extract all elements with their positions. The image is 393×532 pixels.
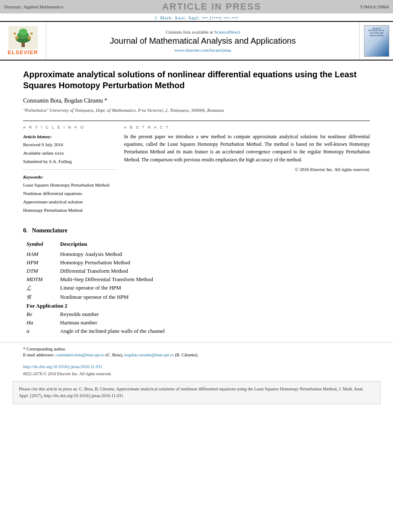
table-row: DTM Differential Transform Method bbox=[23, 267, 370, 275]
doi-link[interactable]: http://dx.doi.org/10.1016/j.jmaa.2016.11… bbox=[23, 364, 103, 369]
copyright-notice: © 2016 Elsevier Inc. All rights reserved… bbox=[124, 166, 370, 174]
journal-logo-right: Journal ofMATHEMATICALANALYSIS ANDAPPLIC… bbox=[359, 22, 393, 60]
symbol-ha: Ha bbox=[23, 319, 57, 327]
symbol-hpm: HPM bbox=[23, 258, 57, 267]
abstract-label: A B S T R A C T bbox=[124, 125, 370, 129]
keyword-3: Approximate analytical solution bbox=[23, 198, 116, 206]
article-title: Approximate analytical solutions of nonl… bbox=[23, 69, 370, 91]
app2-subheading: For Application 2 bbox=[23, 302, 370, 310]
table-row: Re Reynolds number bbox=[23, 310, 370, 319]
elsevier-wordmark: ELSEVIER bbox=[8, 49, 38, 55]
table-row: For Application 2 bbox=[23, 302, 370, 310]
article-info-label: A R T I C L E I N F O bbox=[23, 125, 116, 129]
jmaa-thumbnail: Journal ofMATHEMATICALANALYSIS ANDAPPLIC… bbox=[364, 25, 389, 57]
history-label: Article history: bbox=[23, 133, 116, 141]
authors: Constantin Bota, Bogdan Căruntu * bbox=[23, 97, 370, 104]
nomenclature-heading: 0. Nomenclature bbox=[23, 227, 370, 234]
nomenclature-table: Symbol Description HAM Homotopy Analysis… bbox=[23, 240, 370, 335]
symbol-ham: HAM bbox=[23, 250, 57, 258]
jmaa-thumb-title: Journal ofMATHEMATICALANALYSIS ANDAPPLIC… bbox=[368, 27, 384, 37]
cite-box: Please cite this article in press as: C.… bbox=[13, 381, 380, 405]
desc-re: Reynolds number bbox=[57, 310, 370, 319]
svg-point-7 bbox=[13, 32, 16, 35]
col-header-description: Description bbox=[57, 240, 370, 250]
submitted-entry: Submitted by S.A. Fulling bbox=[23, 158, 116, 166]
svg-point-4 bbox=[19, 29, 27, 35]
corresponding-author-line: * Corresponding author. bbox=[23, 347, 370, 351]
desc-alpha: Angle of the inclined plane walls of the… bbox=[57, 327, 370, 335]
journal-url: www.elsevier.com/locate/jmaa bbox=[174, 47, 231, 53]
table-row: Ha Hartman number bbox=[23, 319, 370, 327]
keywords-label: Keywords: bbox=[23, 173, 116, 182]
sciencedirect-line: Contents lists available at ScienceDirec… bbox=[166, 29, 240, 34]
symbol-dtm: DTM bbox=[23, 267, 57, 275]
desc-linear: Linear operator of the HPM bbox=[57, 284, 370, 293]
table-row: 𝔑 Nonlinear operator of the HPM bbox=[23, 293, 370, 302]
desc-dtm: Differential Transform Method bbox=[57, 267, 370, 275]
doctopic-label: Doctopic: Applied Mathematics bbox=[4, 4, 63, 9]
svg-point-5 bbox=[15, 36, 18, 40]
keyword-2: Nonlinear differential equations bbox=[23, 190, 116, 198]
nomenclature-section: 0. Nomenclature Symbol Description HAM H… bbox=[0, 227, 393, 335]
desc-ha: Hartman number bbox=[57, 319, 370, 327]
table-row: MDTM Multi-Step Differential Transform M… bbox=[23, 275, 370, 284]
footnote-section: * Corresponding author. E-mail addresses… bbox=[0, 342, 393, 363]
elsevier-tree-icon bbox=[8, 26, 38, 49]
issn-line: 0022-247X/© 2016 Elsevier Inc. All right… bbox=[0, 371, 393, 377]
journal-center: Contents lists available at ScienceDirec… bbox=[46, 22, 359, 60]
table-row: ℒ Linear operator of the HPM bbox=[23, 284, 370, 293]
desc-hpm: Homotopy Perturbation Method bbox=[57, 258, 370, 267]
desc-nonlinear: Nonlinear operator of the HPM bbox=[57, 293, 370, 302]
top-bar: Doctopic: Applied Mathematics ARTICLE IN… bbox=[0, 0, 393, 13]
svg-point-8 bbox=[30, 32, 33, 35]
journal-title: Journal of Mathematical Analysis and App… bbox=[110, 36, 295, 46]
email2-link[interactable]: bogdan.caruntu@mat.upt.ro bbox=[124, 353, 174, 357]
abstract-column: A B S T R A C T In the present paper we … bbox=[124, 125, 370, 215]
table-row: HAM Homotopy Analysis Method bbox=[23, 250, 370, 258]
table-row: α Angle of the inclined plane walls of t… bbox=[23, 327, 370, 335]
abstract-text: In the present paper we introduce a new … bbox=[124, 133, 370, 174]
doi-line: J. Math. Anal. Appl. ••• (••••) •••–••• bbox=[0, 13, 393, 21]
affiliation: "Politehnica" University of Timișoara, D… bbox=[23, 107, 370, 114]
keyword-4: Homotopy Perturbation Method bbox=[23, 206, 116, 215]
table-row: HPM Homotopy Perturbation Method bbox=[23, 258, 370, 267]
symbol-nonlinear: 𝔑 bbox=[23, 293, 57, 302]
keywords-section: Keywords: Least Squares Homotopy Perturb… bbox=[23, 173, 116, 215]
col-header-symbol: Symbol bbox=[23, 240, 57, 250]
journal-header: ELSEVIER Contents lists available at Sci… bbox=[0, 21, 393, 61]
desc-ham: Homotopy Analysis Method bbox=[57, 250, 370, 258]
email1-link[interactable]: constantin.bota@mat.upt.ro bbox=[55, 353, 105, 357]
received-entry: Received 9 July 2016 bbox=[23, 141, 116, 149]
sciencedirect-link[interactable]: ScienceDirect bbox=[214, 29, 240, 34]
symbol-linear: ℒ bbox=[23, 284, 57, 293]
desc-mdtm: Multi-Step Differential Transform Method bbox=[57, 275, 370, 284]
article-history: Article history: Received 9 July 2016 Av… bbox=[23, 133, 116, 170]
symbol-alpha: α bbox=[23, 327, 57, 335]
article-info-column: A R T I C L E I N F O Article history: R… bbox=[23, 125, 116, 215]
keyword-1: Least Squares Homotopy Perturbation Meth… bbox=[23, 181, 116, 190]
email-label: E-mail addresses: bbox=[23, 353, 54, 357]
yjmaa-label: YJMAA:20884 bbox=[360, 4, 389, 9]
article-body: Approximate analytical solutions of nonl… bbox=[0, 61, 393, 227]
doi-url-line: http://dx.doi.org/10.1016/j.jmaa.2016.11… bbox=[0, 363, 393, 371]
available-entry: Available online xxxx bbox=[23, 149, 116, 158]
elsevier-logo-area: ELSEVIER bbox=[0, 22, 46, 60]
article-in-press-label: ARTICLE IN PRESS bbox=[162, 1, 261, 12]
symbol-mdtm: MDTM bbox=[23, 275, 57, 284]
svg-point-6 bbox=[28, 36, 31, 40]
article-info-abstract: A R T I C L E I N F O Article history: R… bbox=[23, 121, 370, 215]
symbol-re: Re bbox=[23, 310, 57, 319]
email-line: E-mail addresses: constantin.bota@mat.up… bbox=[23, 353, 370, 357]
